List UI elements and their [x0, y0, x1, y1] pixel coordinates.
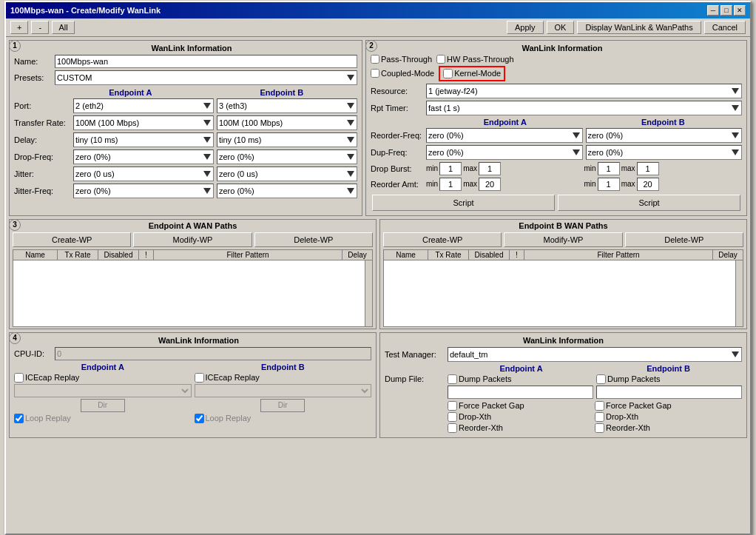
dropfreq-a-select[interactable]: zero (0%) [73, 149, 214, 164]
dump-a-label: Dump Packets [459, 374, 512, 383]
jitterfreq-a-select[interactable]: zero (0%) [73, 184, 214, 198]
hw-passthrough-checkbox-item[interactable]: HW Pass-Through [436, 55, 513, 64]
jitter-b-select[interactable]: zero (0 us) [217, 166, 357, 181]
delete-wp-a-button[interactable]: Delete-WP [254, 232, 373, 247]
jitterfreq-b-select[interactable]: zero (0%) [217, 184, 357, 198]
icecap-a-checkbox[interactable] [14, 373, 24, 383]
wan-b-scrollbar[interactable] [735, 260, 743, 326]
rpt-select[interactable]: fast (1 s) [426, 101, 742, 115]
create-wp-a-button[interactable]: Create-WP [13, 232, 131, 247]
create-wp-b-button[interactable]: Create-WP [383, 232, 502, 247]
minus-button[interactable]: - [31, 21, 49, 34]
force-gap-a-checkbox[interactable] [448, 401, 457, 411]
all-button[interactable]: All [52, 21, 74, 34]
reorderamt-a-group: min max [426, 178, 584, 191]
drop-xth-a-checkbox[interactable] [448, 412, 457, 422]
drop-xth-a-item[interactable]: Drop-Xth [448, 412, 595, 422]
dropfreq-label: Drop-Freq: [14, 152, 73, 161]
script-b-button[interactable]: Script [558, 195, 740, 211]
dropburst-b-max-input[interactable] [637, 162, 659, 175]
modify-wp-a-button[interactable]: Modify-WP [133, 232, 252, 247]
replay-file-a-select[interactable] [14, 384, 192, 397]
icecap-b-checkbox[interactable] [195, 373, 204, 383]
dump-a-cb-item[interactable]: Dump Packets [448, 374, 593, 384]
loop-b-checkbox[interactable] [195, 414, 204, 423]
dupfreq-row: Dup-Freq: zero (0%) zero (0%) [371, 145, 742, 160]
force-gap-b-item[interactable]: Force Packet Gap [595, 401, 742, 411]
drop-xth-b-checkbox[interactable] [595, 412, 604, 422]
jitter-a-select[interactable]: zero (0 us) [73, 166, 214, 181]
endpoint-a-wan-panel: 3 Endpoint A WAN Paths Create-WP Modify-… [9, 219, 377, 329]
apply-button[interactable]: Apply [507, 21, 544, 34]
plus-button[interactable]: + [10, 21, 28, 34]
force-gap-b-checkbox[interactable] [595, 401, 604, 411]
reorder-xth-b-checkbox[interactable] [595, 423, 604, 433]
kernel-mode-checkbox[interactable] [443, 69, 453, 78]
dump-b-cb-item[interactable]: Dump Packets [596, 374, 742, 384]
loop-a-checkbox[interactable] [14, 414, 24, 423]
delete-wp-b-button[interactable]: Delete-WP [625, 232, 743, 247]
dir-a-button[interactable]: Dir [81, 399, 125, 412]
port-b-select[interactable]: 3 (eth3) [217, 98, 357, 113]
reorder-xth-a-item[interactable]: Reorder-Xth [448, 423, 595, 433]
delay-b-select[interactable]: tiny (10 ms) [217, 132, 357, 147]
dump-a-checkbox[interactable] [448, 374, 457, 384]
transfer-a-select[interactable]: 100M (100 Mbps) [73, 115, 214, 130]
passthrough-checkbox[interactable] [371, 55, 379, 64]
panel-2: 2 WanLink Information Pass-Through HW Pa… [365, 40, 747, 216]
replay-section: Endpoint A ICEcap Replay Dir [14, 363, 371, 423]
reorder-xth-b-item[interactable]: Reorder-Xth [595, 423, 742, 433]
dump-b-file-input[interactable] [596, 386, 742, 399]
passthrough-checkbox-item[interactable]: Pass-Through [371, 55, 432, 64]
dump-b-checkbox[interactable] [596, 374, 606, 384]
dupfreq-b-select[interactable]: zero (0%) [586, 145, 743, 160]
dupfreq-a-select[interactable]: zero (0%) [426, 145, 583, 160]
replay-b-title: Endpoint B [195, 363, 372, 371]
force-gap-a-item[interactable]: Force Packet Gap [448, 401, 595, 411]
endpoint-a-header: Endpoint A [55, 88, 206, 97]
restore-btn[interactable]: □ [720, 5, 732, 16]
coupled-checkbox[interactable] [371, 69, 379, 78]
test-manager-select[interactable]: default_tm [448, 347, 742, 362]
coupled-checkbox-item[interactable]: Coupled-Mode [371, 69, 434, 78]
presets-select[interactable]: CUSTOM [55, 70, 357, 85]
icecap-a-checkbox-item[interactable]: ICEcap Replay [14, 373, 192, 383]
endpoint-headers: Endpoint A Endpoint B [55, 88, 357, 97]
delay-a-select[interactable]: tiny (10 ms) [73, 132, 214, 147]
reorderfreq-b-select[interactable]: zero (0%) [586, 128, 743, 143]
port-a-select[interactable]: 2 (eth2) [73, 98, 214, 113]
reorder-xth-a-checkbox[interactable] [448, 423, 457, 433]
wan-a-table-body[interactable] [13, 260, 373, 327]
cpu-input[interactable] [55, 347, 371, 360]
port-label: Port: [14, 101, 73, 110]
replay-file-b-select[interactable] [195, 384, 372, 397]
name-input[interactable]: 100Mbps-wan [55, 55, 357, 68]
ok-button[interactable]: OK [547, 21, 575, 34]
wan-b-table-body[interactable] [383, 260, 743, 327]
reorderamt-b-max-input[interactable] [637, 178, 659, 191]
drop-xth-b-item[interactable]: Drop-Xth [595, 412, 742, 422]
reorderamt-a-min-input[interactable] [439, 178, 462, 191]
transfer-b-select[interactable]: 100M (100 Mbps) [217, 115, 357, 130]
hw-passthrough-checkbox[interactable] [436, 55, 445, 64]
dropburst-a-max-input[interactable] [479, 162, 501, 175]
icecap-b-checkbox-item[interactable]: ICEcap Replay [195, 373, 372, 383]
dropburst-a-min-input[interactable] [439, 162, 462, 175]
cancel-button[interactable]: Cancel [704, 21, 746, 34]
reorderfreq-a-select[interactable]: zero (0%) [426, 128, 583, 143]
dropfreq-b-select[interactable]: zero (0%) [217, 149, 357, 164]
reorderamt-a-max-input[interactable] [479, 178, 501, 191]
wan-a-scrollbar[interactable] [365, 260, 372, 326]
loop-a-checkbox-item[interactable]: Loop Replay [14, 414, 192, 423]
script-a-button[interactable]: Script [372, 195, 555, 211]
display-button[interactable]: Display WanLink & WanPaths [577, 21, 701, 34]
dir-b-button[interactable]: Dir [260, 399, 305, 412]
close-btn[interactable]: ✕ [734, 5, 746, 16]
resource-select[interactable]: 1 (jetway-f24) [426, 84, 742, 98]
dump-a-file-input[interactable] [448, 386, 593, 399]
modify-wp-b-button[interactable]: Modify-WP [504, 232, 622, 247]
dropburst-b-min-input[interactable] [598, 162, 620, 175]
loop-b-checkbox-item[interactable]: Loop Replay [195, 414, 372, 423]
reorderamt-b-min-input[interactable] [598, 178, 620, 191]
minimize-btn[interactable]: ─ [707, 5, 719, 16]
